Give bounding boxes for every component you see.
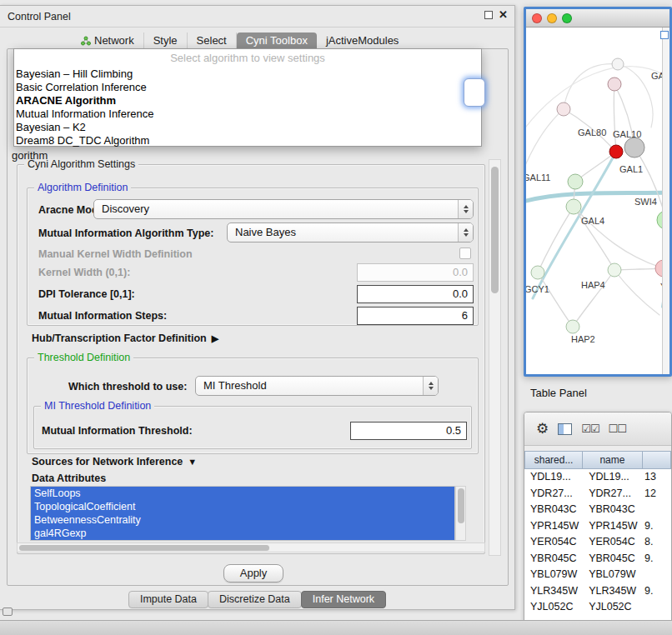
which-threshold-select[interactable]: MI Threshold — [195, 376, 439, 396]
table-cell: YJL052C — [524, 599, 583, 616]
deselect-all-icon[interactable]: ☐☐ — [609, 422, 626, 435]
float-window-icon[interactable] — [484, 11, 493, 19]
table-row[interactable]: YBR043CYBR043C — [524, 502, 671, 518]
mi-steps-field[interactable]: 6 — [357, 307, 474, 325]
table-cell: 9. — [643, 518, 671, 535]
tab-label: Cyni Toolbox — [246, 32, 308, 49]
bottom-tab-impute-data[interactable]: Impute Data — [128, 591, 208, 608]
node-label: GAL — [651, 71, 662, 81]
bottom-tab-discretize-data[interactable]: Discretize Data — [208, 591, 302, 608]
network-node[interactable] — [566, 320, 579, 333]
network-canvas[interactable]: GALGAL80GAL10GAL11GAL1SWI4GAL4GCY1HAP4HA… — [526, 28, 662, 374]
table-row[interactable]: YDR27...YDR27...12 — [524, 486, 671, 502]
manual-kernel-checkbox[interactable] — [459, 248, 471, 259]
attribute-item-selfloops[interactable]: SelfLoops — [31, 487, 454, 500]
select-all-icon[interactable]: ☑☑ — [581, 422, 599, 435]
attributes-scrollbar[interactable] — [455, 486, 466, 541]
network-node[interactable] — [655, 260, 662, 277]
tab-cyni-toolbox[interactable]: Cyni Toolbox — [237, 32, 317, 49]
algorithm-option-mutual-information-inference[interactable]: Mutual Information Inference — [14, 108, 481, 121]
table-row[interactable]: YLR345WYLR345W9. — [524, 583, 671, 600]
table-cell — [643, 567, 671, 583]
scroll-corner-box[interactable] — [660, 31, 669, 39]
network-node[interactable] — [531, 266, 544, 279]
dpi-tolerance-field[interactable]: 0.0 — [357, 285, 474, 303]
table-row[interactable]: YBL079WYBL079W — [524, 567, 671, 583]
table-row[interactable]: YDL19...YDL19...13 — [524, 469, 671, 486]
tab-style[interactable]: Style — [144, 32, 188, 49]
network-node[interactable] — [568, 174, 583, 189]
network-node[interactable] — [566, 199, 581, 214]
network-edge — [526, 109, 564, 173]
table-cell: YDL19... — [524, 469, 583, 486]
table-row[interactable]: YPR145WYPR145W9. — [524, 518, 671, 535]
table-cell: YBR045C — [583, 551, 643, 568]
columns-icon[interactable] — [558, 423, 572, 435]
network-scrollbar[interactable] — [662, 28, 669, 374]
gear-icon[interactable]: ⚙ — [536, 422, 549, 436]
network-node[interactable] — [609, 145, 623, 158]
column-header-name[interactable]: name — [583, 451, 643, 469]
close-light[interactable] — [532, 13, 542, 23]
algorithm-option-basic-correlation-inference[interactable]: Basic Correlation Inference — [14, 81, 481, 94]
network-graph: GALGAL80GAL10GAL11GAL1SWI4GAL4GCY1HAP4HA… — [526, 28, 662, 377]
column-header-extra[interactable] — [643, 451, 671, 469]
table-cell: 9. — [643, 551, 671, 568]
algorithm-option-dream8-dc-tdc-algorithm[interactable]: Dream8 DC_TDC Algorithm — [14, 134, 481, 148]
network-node[interactable] — [624, 138, 644, 158]
table-body: YDL19...YDL19...13YDR27...YDR27...12YBR0… — [524, 469, 671, 621]
tab-label: Network — [94, 32, 134, 49]
network-window-titlebar[interactable] — [526, 9, 669, 28]
network-node[interactable] — [608, 263, 621, 277]
mi-algorithm-type-select[interactable]: Naive Bayes — [227, 222, 474, 242]
algorithm-option-bayesian-k2[interactable]: Bayesian – K2 — [14, 121, 481, 134]
table-cell — [643, 599, 671, 616]
control-panel-titlebar: Control Panel ✕ — [0, 6, 514, 28]
minimize-light[interactable] — [547, 13, 557, 23]
tab-jactivemodules[interactable]: jActiveModules — [317, 32, 408, 49]
table-row[interactable]: YJL052CYJL052C — [524, 599, 671, 616]
table-row[interactable]: YBR045CYBR045C9. — [524, 551, 671, 568]
algorithm-combo-edge[interactable] — [464, 78, 485, 107]
close-icon[interactable]: ✕ — [499, 10, 508, 20]
docked-panel-icon[interactable] — [3, 608, 13, 616]
horizontal-scrollbar[interactable] — [17, 542, 485, 552]
zoom-light[interactable] — [562, 13, 572, 23]
sources-expander[interactable]: Sources for Network Inference ▼ — [32, 456, 197, 468]
algorithm-option-bayesian-hill-climbing[interactable]: Bayesian – Hill Climbing — [14, 68, 481, 81]
control-panel-window: Control Panel ✕ NetworkStyleSelectCyni T… — [0, 5, 515, 610]
network-node[interactable] — [612, 58, 624, 70]
attribute-item-topologicalcoefficient[interactable]: TopologicalCoefficient — [31, 500, 454, 513]
table-cell: YPR145W — [524, 518, 583, 535]
apply-button[interactable]: Apply — [223, 564, 283, 582]
attribute-item-betweennesscentrality[interactable]: BetweennessCentrality — [31, 513, 454, 527]
network-node[interactable] — [557, 102, 570, 116]
mi-threshold-field[interactable]: 0.5 — [350, 422, 467, 440]
kernel-width-field[interactable]: 0.0 — [357, 263, 474, 282]
network-edge — [538, 272, 573, 327]
tab-network[interactable]: Network — [72, 32, 144, 49]
network-edge — [526, 67, 662, 136]
mi-threshold-label: Mutual Information Threshold: — [42, 425, 193, 437]
bottom-tab-infer-network[interactable]: Infer Network — [301, 591, 386, 608]
node-label: HAP2 — [571, 334, 595, 344]
vertical-scrollbar[interactable] — [489, 159, 501, 556]
hub-definition-expander[interactable]: Hub/Transcription Factor Definition ▶ — [32, 332, 218, 344]
column-header-shared[interactable]: shared... — [524, 451, 583, 469]
table-row[interactable]: YER054CYER054C8. — [524, 534, 671, 551]
table-cell: YLR345W — [583, 583, 643, 600]
table-cell: YDR27... — [524, 486, 583, 502]
expand-right-icon: ▶ — [212, 333, 218, 344]
attribute-item-gal4rgexp[interactable]: gal4RGexp — [31, 527, 454, 540]
table-window: ⚙ ☑☑ ☐☐ shared...name YDL19...YDL19...13… — [524, 412, 672, 622]
network-node[interactable] — [608, 78, 621, 91]
data-attributes-list[interactable]: SelfLoopsTopologicalCoefficientBetweenne… — [30, 486, 455, 541]
group-title: Threshold Definition — [34, 352, 133, 363]
algorithm-option-aracne-algorithm[interactable]: ARACNE Algorithm — [14, 94, 481, 108]
combo-value: MI Threshold — [203, 377, 267, 395]
mi-steps-label: Mutual Information Steps: — [38, 310, 167, 322]
aracne-mode-select[interactable]: Discovery — [93, 199, 474, 219]
node-label: GAL1 — [619, 164, 643, 174]
node-label: GAL11 — [526, 172, 550, 182]
tab-select[interactable]: Select — [188, 32, 237, 49]
